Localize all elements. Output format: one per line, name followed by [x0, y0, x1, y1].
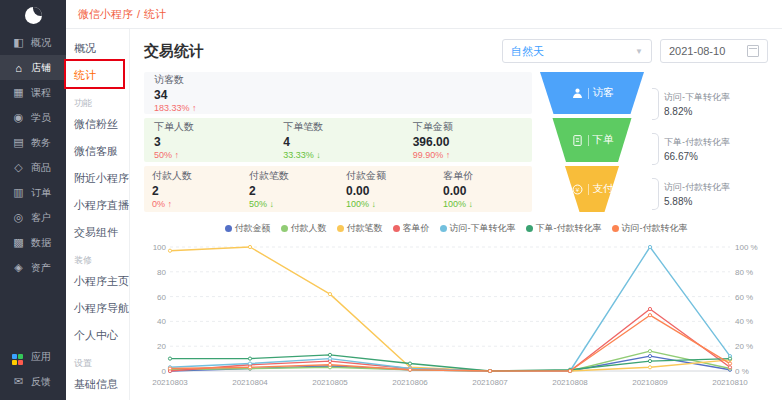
bracket-line: [652, 133, 659, 165]
menu-item-miniprogram-nav[interactable]: 小程序导航: [66, 295, 129, 322]
sidebar-item-feedback[interactable]: ✉反馈: [0, 369, 66, 394]
stat-pay-amount: 付款金额0.00100% ↓: [338, 166, 435, 212]
legend-item-5[interactable]: 下单-付款转化率: [526, 222, 602, 235]
sidebar-item-label: 客户: [31, 211, 51, 225]
menu-item-wechat-service[interactable]: 微信客服: [66, 138, 129, 165]
page-title: 交易统计: [144, 42, 204, 61]
sidebar-item-apps[interactable]: 应用: [0, 344, 66, 369]
funnel-divider: [588, 135, 589, 146]
legend-item-3[interactable]: 客单价: [393, 222, 430, 235]
legend-item-2[interactable]: 付款笔数: [337, 222, 383, 235]
stat-change: 100% ↓: [443, 199, 524, 209]
legend-dot: [337, 225, 344, 232]
apps-grid-icon: [12, 354, 25, 365]
stat-label: 付款人数: [152, 169, 233, 183]
menu-item-miniprogram-live[interactable]: 小程序直播: [66, 192, 129, 219]
conversion-label: 访问-付款转化率: [664, 181, 730, 194]
funnel-pay: ¥支付: [540, 166, 644, 212]
conversions: 访问-下单转化率8.82%下单-付款转化率66.67%访问-付款转化率5.88%: [652, 72, 768, 212]
menu-item-trade-component[interactable]: 交易组件: [66, 219, 129, 246]
sidebar-item-label: 店铺: [31, 61, 51, 75]
svg-text:20210805: 20210805: [312, 378, 348, 387]
svg-text:0 %: 0 %: [735, 367, 749, 376]
stat-value: 396.00: [413, 135, 522, 149]
stat-order-amount: 下单金额396.0099.90% ↑: [403, 118, 532, 162]
menu-item-wechat-fans[interactable]: 微信粉丝: [66, 111, 129, 138]
menu-group-header: 装修: [66, 246, 129, 268]
svg-text:20210810: 20210810: [712, 378, 748, 387]
menu-item-overview[interactable]: 概况: [66, 35, 129, 62]
stats-row: 下单人数350% ↑下单笔数433.33% ↓下单金额396.0099.90% …: [144, 118, 532, 162]
stat-value: 0.00: [346, 184, 427, 198]
sidebar-item-label: 教务: [31, 136, 51, 150]
legend-item-0[interactable]: 付款金额: [225, 222, 271, 235]
data-icon: ▩: [12, 236, 25, 249]
logo-area[interactable]: [0, 0, 66, 30]
asset-icon: ◈: [12, 261, 25, 274]
sidebar-item-assets[interactable]: ◈资产: [0, 255, 66, 280]
conversion-text: 访问-付款转化率5.88%: [664, 181, 730, 207]
calendar-icon: [747, 45, 759, 57]
legend-item-6[interactable]: 访问-付款转化率: [612, 222, 688, 235]
breadcrumb-parent[interactable]: 微信小程序: [78, 7, 133, 22]
menu-group-header: 设置: [66, 349, 129, 371]
svg-text:100: 100: [153, 243, 167, 252]
svg-text:20210809: 20210809: [632, 378, 668, 387]
svg-text:20210808: 20210808: [552, 378, 588, 387]
sidebar-item-goods[interactable]: ◇商品: [0, 155, 66, 180]
sidebar-item-shop[interactable]: ⌂店铺: [0, 55, 66, 80]
legend-label: 访问-付款转化率: [622, 222, 688, 235]
sidebar-item-teaching[interactable]: ▤教务: [0, 130, 66, 155]
breadcrumb-current: 统计: [144, 7, 166, 22]
stat-label: 付款笔数: [249, 169, 330, 183]
stat-label: 下单金额: [413, 120, 522, 134]
svg-text:0: 0: [162, 367, 167, 376]
sidebar-item-student[interactable]: ◉学员: [0, 105, 66, 130]
menu-item-personal-center[interactable]: 个人中心: [66, 322, 129, 349]
stats-row: 访客数34183.33% ↑: [144, 72, 532, 114]
menu-item-stats[interactable]: 统计: [66, 62, 129, 89]
sidebar-item-label: 商品: [31, 161, 51, 175]
overview-icon: ◧: [12, 36, 25, 49]
app-window: ◧概况⌂店铺▦课程◉学员▤教务◇商品▥订单◎客户▩数据◈资产 应用✉反馈 微信小…: [0, 0, 782, 400]
date-picker[interactable]: 2021-08-10: [660, 39, 768, 63]
svg-text:¥: ¥: [575, 185, 579, 192]
legend-label: 下单-付款转化率: [536, 222, 602, 235]
legend-label: 访问-下单转化率: [450, 222, 516, 235]
secondary-nav: 概况统计功能微信粉丝微信客服附近小程序小程序直播交易组件装修小程序主页小程序导航…: [66, 35, 129, 398]
legend-label: 客单价: [403, 222, 430, 235]
legend-label: 付款金额: [235, 222, 271, 235]
legend-item-1[interactable]: 付款人数: [281, 222, 327, 235]
stat-pay-users: 付款人数20% ↑: [144, 166, 241, 212]
sidebar-item-label: 反馈: [31, 375, 51, 389]
primary-nav: ◧概况⌂店铺▦课程◉学员▤教务◇商品▥订单◎客户▩数据◈资产: [0, 30, 66, 280]
stat-change: 50% ↓: [249, 199, 330, 209]
funnel: 访客下单¥支付: [540, 72, 644, 212]
stat-label: 下单笔数: [283, 120, 392, 134]
stat-value: 3: [154, 135, 263, 149]
sidebar-item-overview[interactable]: ◧概况: [0, 30, 66, 55]
menu-item-miniprogram-home[interactable]: 小程序主页: [66, 268, 129, 295]
chart-legend: 付款金额付款人数付款笔数客单价访问-下单转化率下单-付款转化率访问-付款转化率: [144, 222, 768, 235]
stat-order-users: 下单人数350% ↑: [144, 118, 273, 162]
menu-item-nearby-miniprogram[interactable]: 附近小程序: [66, 165, 129, 192]
sidebar-item-course[interactable]: ▦课程: [0, 80, 66, 105]
sidebar-item-label: 课程: [31, 86, 51, 100]
sidebar-item-customers[interactable]: ◎客户: [0, 205, 66, 230]
legend-dot: [281, 225, 288, 232]
main-content: 交易统计 自然天 ▼ 2021-08-10 访客数34183.33% ↑下单人数…: [130, 29, 782, 400]
bracket-line: [652, 178, 659, 210]
menu-item-basic-info[interactable]: 基础信息: [66, 371, 129, 398]
svg-text:20210806: 20210806: [392, 378, 428, 387]
visitor-icon: [571, 87, 584, 100]
legend-item-4[interactable]: 访问-下单转化率: [440, 222, 516, 235]
period-select[interactable]: 自然天 ▼: [502, 39, 652, 63]
teach-icon: ▤: [12, 136, 25, 149]
sidebar-item-data[interactable]: ▩数据: [0, 230, 66, 255]
main-header: 交易统计 自然天 ▼ 2021-08-10: [144, 39, 768, 63]
sidebar-item-orders[interactable]: ▥订单: [0, 180, 66, 205]
conversion-value: 66.67%: [664, 151, 730, 162]
sidebar-item-label: 应用: [31, 350, 51, 364]
conversion-label: 访问-下单转化率: [664, 91, 730, 104]
chart-area: 00 %2020 %4040 %6060 %8080 %100100 %2021…: [144, 239, 768, 391]
